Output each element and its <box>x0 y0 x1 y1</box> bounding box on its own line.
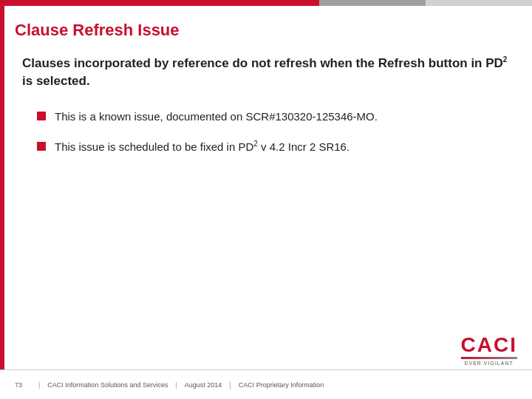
footer-sep-1: | <box>38 381 40 389</box>
main-paragraph: Clauses incorporated by reference do not… <box>22 55 517 90</box>
caci-logo-text: CACI <box>461 335 517 355</box>
list-item: This is a known issue, documented on SCR… <box>37 109 517 124</box>
bullet-icon <box>37 142 46 151</box>
footer-page-number: 73 <box>15 381 22 389</box>
footer-company: CACI Information Solutions and Services <box>47 381 168 389</box>
footer-date: August 2014 <box>185 381 222 389</box>
footer-sep-2: | <box>175 381 177 389</box>
main-text-sup: 2 <box>503 55 508 64</box>
slide-title: Clause Refresh Issue <box>15 21 517 40</box>
top-accent-bar <box>0 0 532 6</box>
list-item: This issue is scheduled to be fixed in P… <box>37 139 517 154</box>
caci-logo-bar <box>461 357 517 359</box>
caci-tagline: EVER VIGILANT <box>461 361 517 366</box>
bullet-2-end: v 4.2 Incr 2 SR16. <box>258 140 349 153</box>
main-text-end: is selected. <box>22 74 90 88</box>
slide-content: Clause Refresh Issue Clauses incorporate… <box>15 13 517 362</box>
bullet-list: This is a known issue, documented on SCR… <box>37 109 517 154</box>
bullet-icon <box>37 112 46 120</box>
bullet-2-start: This issue is scheduled to be fixed in P… <box>55 140 253 153</box>
left-accent-bar <box>0 6 4 369</box>
bullet-text-1: This is a known issue, documented on SCR… <box>55 109 378 124</box>
main-text-start: Clauses incorporated by reference do not… <box>22 56 503 70</box>
bullet-text-2: This issue is scheduled to be fixed in P… <box>55 139 349 154</box>
footer-classification: CACI Proprietary Information <box>239 381 324 389</box>
footer: 73 | CACI Information Solutions and Serv… <box>0 369 532 399</box>
caci-logo: CACI EVER VIGILANT <box>461 335 517 366</box>
footer-sep-3: | <box>229 381 231 389</box>
